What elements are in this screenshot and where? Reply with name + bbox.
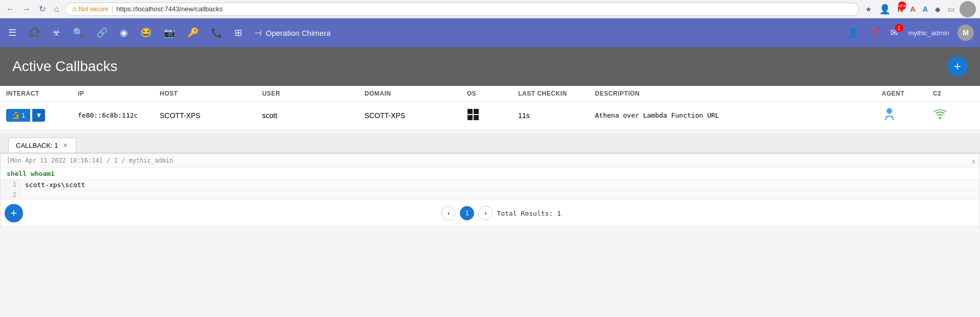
mail-notification[interactable]: ✉ 1 — [888, 27, 900, 38]
back-button[interactable]: ← — [4, 3, 16, 16]
console-footer: + ‹ 1 › Total Results: 1 — [1, 199, 979, 227]
home-button[interactable]: ⌂ — [52, 3, 61, 16]
last-checkin-cell: 11s — [518, 111, 595, 120]
operation-name-container: ⊣ Operation Chimera — [254, 28, 331, 38]
key-icon[interactable]: 🔑 — [185, 25, 201, 40]
console-section: CALLBACK: 1 × [Mon Apr 11 2022 18:16:14]… — [0, 133, 980, 227]
headphones-icon[interactable]: 🎧 — [27, 25, 42, 40]
console-header: [Mon Apr 11 2022 18:16:14] / 1 / mythic_… — [1, 154, 979, 168]
svg-point-4 — [887, 109, 891, 113]
browser-actions: ★ 👤 N NEW A A ◆ ▭ — [863, 1, 976, 17]
extensions-button[interactable]: ◆ — [933, 3, 943, 15]
ip-cell: fe80::6c8b:112c — [78, 111, 160, 119]
col-agent: AGENT — [882, 90, 933, 97]
windows-icon — [467, 108, 479, 121]
domain-cell: SCOTT-XPS — [365, 111, 467, 120]
svg-rect-1 — [474, 109, 479, 114]
extension-a-button[interactable]: A — [908, 3, 918, 15]
not-secure-label: Not secure — [79, 6, 109, 13]
line-content-1: scott-xps\scott — [21, 180, 979, 190]
interact-dropdown-button[interactable]: ▼ — [32, 109, 45, 122]
browser-chrome: ← → ↻ ⌂ ⚠ Not secure | https://localhost… — [0, 0, 980, 18]
line-content-2 — [21, 190, 979, 199]
nav-right: 👤 ❓ ✉ 1 mythic_admin M — [845, 25, 974, 41]
operation-name-label: Operation Chimera — [266, 29, 331, 37]
svg-line-5 — [885, 116, 887, 120]
scroll-up-indicator[interactable]: ∧ — [972, 158, 975, 165]
socks-icon[interactable]: 😂 — [138, 25, 154, 40]
search-icon[interactable]: 🔍 — [71, 25, 86, 40]
bookmark-button[interactable]: ★ — [863, 3, 874, 15]
menu-icon[interactable]: ☰ — [6, 25, 18, 40]
top-nav: ☰ 🎧 ☣ 🔍 🔗 ◉ 😂 📷 🔑 📞 ⊞ ⊣ Operation Chimer… — [0, 18, 980, 47]
line-number-2: 2 — [1, 190, 21, 199]
console-area: [Mon Apr 11 2022 18:16:14] / 1 / mythic_… — [0, 153, 980, 227]
account-icon[interactable]: 👤 — [845, 25, 861, 40]
table-header: INTERACT IP HOST USER DOMAIN OS LAST CHE… — [0, 86, 980, 102]
col-description: DESCRIPTION — [595, 90, 882, 97]
console-wrapper: [Mon Apr 11 2022 18:16:14] / 1 / mythic_… — [1, 154, 979, 199]
browser-profile-avatar[interactable] — [960, 1, 976, 17]
help-icon[interactable]: ❓ — [867, 25, 882, 40]
svg-rect-0 — [467, 109, 473, 114]
biohazard-icon[interactable]: ☣ — [50, 25, 62, 40]
callbacks-header: Active Callbacks + — [0, 47, 980, 86]
c2-cell — [933, 109, 974, 121]
agent-icon — [882, 107, 897, 122]
add-command-button[interactable]: + — [5, 204, 23, 222]
address-bar[interactable]: ⚠ Not secure | https://localhost:7443/ne… — [65, 3, 859, 16]
col-ip: IP — [78, 90, 160, 97]
page-title: Active Callbacks — [12, 58, 117, 75]
fingerprint-icon[interactable]: ◉ — [118, 25, 130, 40]
add-callback-button[interactable]: + — [947, 56, 968, 77]
c2-wifi-icon — [933, 109, 947, 120]
svg-rect-3 — [474, 115, 479, 120]
col-user: USER — [262, 90, 365, 97]
grid-icon[interactable]: ⊞ — [232, 25, 244, 40]
refresh-button[interactable]: ↻ — [37, 2, 48, 16]
col-c2: C2 — [933, 90, 974, 97]
close-tab-button[interactable]: × — [62, 141, 68, 149]
link-icon[interactable]: 🔗 — [94, 25, 110, 40]
svg-line-6 — [892, 116, 893, 120]
not-secure-indicator: ⚠ Not secure — [72, 6, 109, 13]
col-os: OS — [467, 90, 518, 97]
interact-button[interactable]: 🔏 1 — [6, 109, 30, 122]
prev-page-button[interactable]: ‹ — [441, 206, 456, 220]
page-1-button[interactable]: 1 — [460, 206, 474, 220]
user-avatar[interactable]: M — [957, 25, 974, 41]
agent-cell — [882, 107, 933, 124]
total-results-label: Total Results: 1 — [497, 210, 561, 217]
description-cell: Athena over Lambda Function URL — [595, 111, 882, 119]
profile-button[interactable]: 👤 — [877, 2, 892, 17]
username-label: mythic_admin — [906, 27, 951, 39]
line-number-1: 1 — [1, 180, 21, 190]
console-command: shell whoami — [1, 168, 979, 179]
new-badge: NEW — [898, 2, 906, 10]
callback-tab-1[interactable]: CALLBACK: 1 × — [8, 138, 76, 152]
camera-icon[interactable]: 📷 — [162, 25, 177, 40]
next-page-button[interactable]: › — [478, 206, 493, 220]
svg-point-8 — [939, 117, 941, 119]
console-output: 1 scott-xps\scott 2 — [1, 179, 979, 199]
col-interact: INTERACT — [6, 90, 78, 97]
interact-cell: 🔏 1 ▼ — [6, 109, 78, 122]
extension-b-button[interactable]: A — [921, 3, 930, 15]
callback-tab-label: CALLBACK: 1 — [16, 142, 58, 149]
svg-rect-2 — [467, 115, 473, 120]
extension-notification: N NEW — [896, 3, 905, 15]
user-cell: scott — [262, 111, 365, 120]
table-row: 🔏 1 ▼ fe80::6c8b:112c SCOTT-XPS scott SC… — [0, 102, 980, 129]
col-last-checkin: LAST CHECKIN — [518, 90, 595, 97]
host-cell: SCOTT-XPS — [160, 111, 262, 120]
output-line-1: 1 scott-xps\scott — [1, 179, 979, 190]
url-text: https://localhost:7443/new/callbacks — [116, 5, 222, 13]
output-line-2: 2 — [1, 190, 979, 199]
col-domain: DOMAIN — [365, 90, 467, 97]
forward-button[interactable]: → — [20, 3, 33, 16]
phone-icon[interactable]: 📞 — [209, 25, 224, 40]
callbacks-table: INTERACT IP HOST USER DOMAIN OS LAST CHE… — [0, 86, 980, 129]
window-button[interactable]: ▭ — [946, 3, 956, 15]
mail-badge: 1 — [895, 24, 903, 32]
os-cell — [467, 108, 518, 122]
